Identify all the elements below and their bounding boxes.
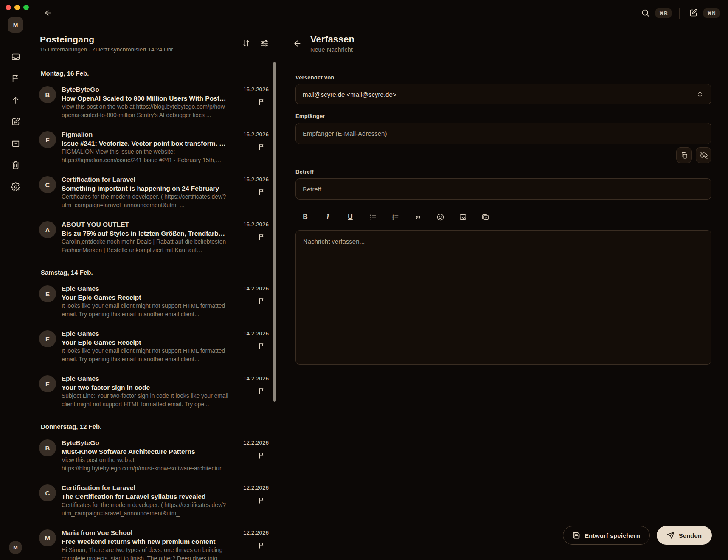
save-icon <box>573 532 580 539</box>
send-button[interactable]: Senden <box>657 526 712 545</box>
sent-icon <box>11 96 20 105</box>
email-sender: Figmalion <box>62 130 228 139</box>
image-button[interactable] <box>456 211 469 223</box>
list-item[interactable]: F Figmalion Issue #241: Vectorize. Vecto… <box>31 125 278 170</box>
flag-icon[interactable] <box>258 98 265 106</box>
sidebar-item-flag[interactable] <box>11 74 20 83</box>
email-sender: Epic Games <box>62 284 228 293</box>
new-message-button[interactable] <box>687 7 699 19</box>
email-subject: Issue #241: Vectorize. Vector point box … <box>62 139 228 148</box>
email-subject: Your two-factor sign in code <box>62 383 228 392</box>
email-sender: ByteByteGo <box>62 439 228 447</box>
list-item[interactable]: E Epic Games Your two-factor sign in cod… <box>31 369 278 414</box>
compose-icon <box>689 8 698 17</box>
email-preview: It looks like your email client might no… <box>62 347 228 363</box>
flag-icon[interactable] <box>258 343 265 350</box>
image-icon <box>459 213 467 221</box>
sidebar-item-settings[interactable] <box>11 182 20 191</box>
bcc-toggle-button[interactable] <box>696 147 711 163</box>
email-group: Montag, 16 Feb. B ByteByteGo How OpenAI … <box>31 61 278 260</box>
email-preview: View this post on the web at https://blo… <box>62 456 228 473</box>
back-button[interactable] <box>42 7 54 19</box>
inbox-title: Posteingang <box>40 34 173 45</box>
compose-back-button[interactable] <box>291 38 303 50</box>
media-button[interactable] <box>479 211 492 223</box>
bullet-list-icon <box>369 213 377 221</box>
bullet-list-button[interactable] <box>366 211 379 223</box>
ordered-list-button[interactable]: 123 <box>389 211 402 223</box>
back-icon <box>44 8 53 17</box>
trash-icon <box>11 160 20 170</box>
back-icon <box>293 39 302 48</box>
recipients-input[interactable] <box>295 123 711 144</box>
sidebar-item-archive[interactable] <box>11 139 20 148</box>
flag-icon[interactable] <box>258 542 265 549</box>
sidebar-item-compose[interactable] <box>11 117 20 127</box>
underline-icon: U <box>348 213 353 221</box>
flag-icon[interactable] <box>258 388 265 395</box>
subject-input[interactable] <box>295 178 711 200</box>
window-close-button[interactable] <box>6 5 11 10</box>
sidebar-item-inbox[interactable] <box>11 52 20 62</box>
sidebar-item-sent[interactable] <box>11 96 20 105</box>
search-button[interactable] <box>639 7 651 19</box>
list-item[interactable]: E Epic Games Your Epic Games Receipt It … <box>31 324 278 369</box>
save-draft-button[interactable]: Entwurf speichern <box>563 526 650 545</box>
sort-button[interactable] <box>241 39 251 49</box>
app-window: M M ⌘R ⌘N <box>0 0 728 560</box>
user-avatar-letter: M <box>13 545 17 551</box>
email-date: 16.2.2026 <box>243 130 269 139</box>
window-minimize-button[interactable] <box>14 5 20 10</box>
filter-button[interactable] <box>259 39 270 49</box>
quote-button[interactable] <box>411 211 424 223</box>
underline-button[interactable]: U <box>344 211 357 223</box>
emoji-button[interactable] <box>434 211 447 223</box>
user-avatar[interactable]: M <box>9 541 22 554</box>
list-item[interactable]: A ABOUT YOU OUTLET Bis zu 75% auf Styles… <box>31 215 278 260</box>
inbox-header: Posteingang 15 Unterhaltungen - Zuletzt … <box>31 26 278 61</box>
list-item[interactable]: M Maria from Vue School Free Weekend ret… <box>31 523 278 560</box>
email-group: Samstag, 14 Feb. E Epic Games Your Epic … <box>31 260 278 414</box>
compose-icon <box>11 117 20 127</box>
search-icon <box>641 8 650 17</box>
inbox-icon <box>11 52 20 62</box>
compose-panel: Verfassen Neue Nachricht Versendet von m… <box>278 26 728 560</box>
quote-icon <box>414 213 422 221</box>
flag-icon[interactable] <box>258 298 265 305</box>
workspace-avatar[interactable]: M <box>8 17 23 33</box>
email-date: 12.2.2026 <box>243 484 269 492</box>
list-item[interactable]: C Certification for Laravel The Certific… <box>31 478 278 523</box>
archive-icon <box>11 139 20 148</box>
avatar: B <box>39 439 56 456</box>
bold-button[interactable]: B <box>299 211 312 223</box>
flag-icon[interactable] <box>258 497 265 504</box>
inbox-panel: Posteingang 15 Unterhaltungen - Zuletzt … <box>31 26 278 560</box>
list-item[interactable]: B ByteByteGo Must-Know Software Architec… <box>31 433 278 478</box>
cc-button[interactable] <box>676 147 692 163</box>
flag-icon[interactable] <box>258 144 265 151</box>
message-body-input[interactable] <box>295 230 711 365</box>
avatar: A <box>39 221 56 238</box>
email-sender: ABOUT YOU OUTLET <box>62 220 228 229</box>
flag-icon[interactable] <box>258 189 265 196</box>
email-subject: Free Weekend returns with new premium co… <box>62 537 228 546</box>
from-select[interactable]: mail@scyre.de <mail@scyre.de> <box>295 84 711 104</box>
flag-icon[interactable] <box>258 452 265 459</box>
email-preview: It looks like your email client might no… <box>62 302 228 318</box>
italic-button[interactable]: I <box>321 211 334 223</box>
avatar: E <box>39 285 56 302</box>
email-date: 16.2.2026 <box>243 85 269 94</box>
sort-icon <box>242 39 251 48</box>
window-zoom-button[interactable] <box>23 5 29 10</box>
sidebar-item-trash[interactable] <box>11 160 20 170</box>
list-scrollbar[interactable] <box>273 62 276 402</box>
bold-icon: B <box>303 213 308 221</box>
list-item[interactable]: C Certification for Laravel Something im… <box>31 170 278 215</box>
flag-icon[interactable] <box>258 234 265 241</box>
email-sender: Certification for Laravel <box>62 484 228 492</box>
compose-title: Verfassen <box>310 34 354 45</box>
list-item[interactable]: B ByteByteGo How OpenAI Scaled to 800 Mi… <box>31 80 278 125</box>
list-item[interactable]: E Epic Games Your Epic Games Receipt It … <box>31 279 278 324</box>
email-preview: Certificates for the modern developer. (… <box>62 193 228 209</box>
workspace-avatar-letter: M <box>13 22 18 28</box>
